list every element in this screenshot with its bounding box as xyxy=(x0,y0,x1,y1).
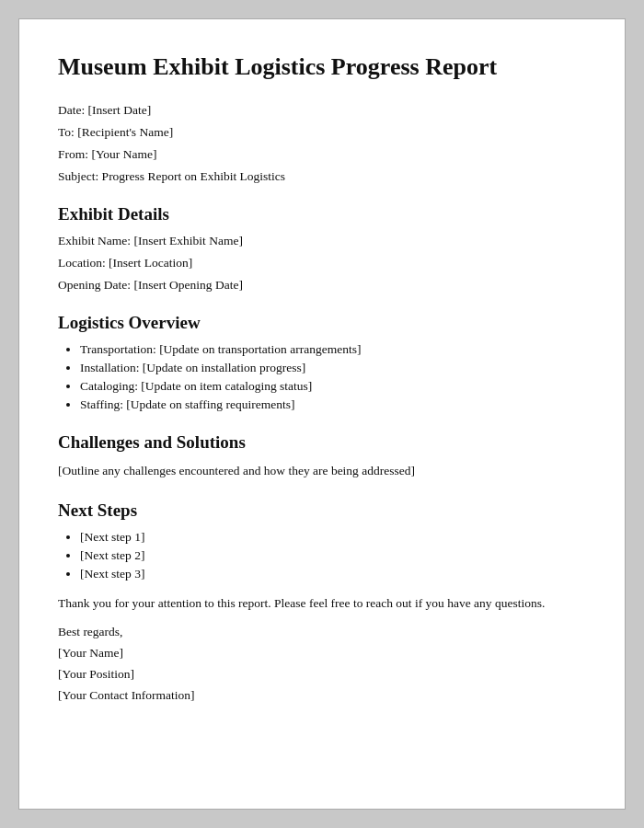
closing-body: Thank you for your attention to this rep… xyxy=(58,594,586,613)
list-item: Cataloging: [Update on item cataloging s… xyxy=(80,379,586,394)
signature-name: [Your Name] xyxy=(58,643,586,664)
report-title: Museum Exhibit Logistics Progress Report xyxy=(58,52,586,83)
signature-position: [Your Position] xyxy=(58,664,586,685)
exhibit-location-field: Location: [Insert Location] xyxy=(58,256,586,270)
next-steps-heading: Next Steps xyxy=(58,500,586,521)
exhibit-details-heading: Exhibit Details xyxy=(58,204,586,224)
exhibit-opening-date-field: Opening Date: [Insert Opening Date] xyxy=(58,278,586,293)
signature-contact: [Your Contact Information] xyxy=(58,685,586,707)
exhibit-name-field: Exhibit Name: [Insert Exhibit Name] xyxy=(58,234,586,248)
logistics-overview-heading: Logistics Overview xyxy=(58,313,586,333)
meta-from: From: [Your Name] xyxy=(58,147,586,162)
signature-block: Best regards, [Your Name] [Your Position… xyxy=(58,622,586,707)
regards-label: Best regards, xyxy=(58,622,586,643)
meta-subject: Subject: Progress Report on Exhibit Logi… xyxy=(58,169,586,184)
page-container: Museum Exhibit Logistics Progress Report… xyxy=(18,18,626,810)
meta-to: To: [Recipient's Name] xyxy=(58,125,586,140)
list-item: Staffing: [Update on staffing requiremen… xyxy=(80,397,586,412)
list-item: [Next step 3] xyxy=(80,567,586,581)
list-item: Transportation: [Update on transportatio… xyxy=(80,342,586,357)
list-item: [Next step 1] xyxy=(80,530,586,545)
challenges-heading: Challenges and Solutions xyxy=(58,432,586,453)
list-item: [Next step 2] xyxy=(80,548,586,563)
meta-date: Date: [Insert Date] xyxy=(58,103,586,118)
list-item: Installation: [Update on installation pr… xyxy=(80,361,586,375)
challenges-body: [Outline any challenges encountered and … xyxy=(58,462,586,480)
logistics-list: Transportation: [Update on transportatio… xyxy=(80,342,586,412)
next-steps-list: [Next step 1] [Next step 2] [Next step 3… xyxy=(80,530,586,581)
